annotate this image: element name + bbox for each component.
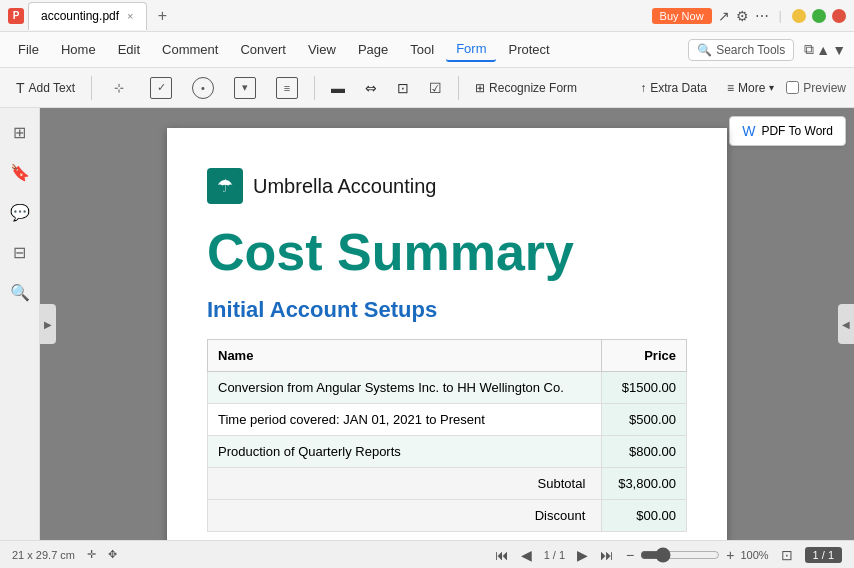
cost-table: Name Price Conversion from Angular Syste… (207, 339, 687, 532)
maximize-button[interactable] (812, 9, 826, 23)
main-area: ⊞ 🔖 💬 ⊟ 🔍 ▶ W PDF To Word ◀ ☂ Umbrella A… (0, 108, 854, 540)
zoom-slider[interactable] (640, 547, 720, 563)
row-name: Time period covered: JAN 01, 2021 to Pre… (208, 404, 602, 436)
toolbar-separator-3 (458, 76, 459, 100)
toolbar-separator-2 (314, 76, 315, 100)
table-header-price: Price (602, 340, 687, 372)
toolbar-right: ↑ Extra Data ≡ More ▾ Preview (632, 77, 846, 99)
row-price: $1500.00 (602, 372, 687, 404)
zoom-controls: − + 100% (626, 547, 769, 563)
sidebar-layers-icon[interactable]: ⊟ (4, 236, 36, 268)
more-button[interactable]: ≡ More ▾ (719, 77, 782, 99)
menu-comment[interactable]: Comment (152, 38, 228, 61)
share-icon[interactable]: ↗ (718, 8, 730, 24)
table-row: Production of Quarterly Reports $800.00 (208, 436, 687, 468)
tab-close-button[interactable]: × (127, 10, 133, 22)
menu-view[interactable]: View (298, 38, 346, 61)
image-icon: ▬ (331, 80, 345, 96)
app-icon: P (8, 8, 24, 24)
sidebar-pages-icon[interactable]: ⊞ (4, 116, 36, 148)
menu-page[interactable]: Page (348, 38, 398, 61)
table-row: Time period covered: JAN 01, 2021 to Pre… (208, 404, 687, 436)
recognize-form-button[interactable]: ⊞ Recognize Form (467, 77, 585, 99)
pdf-to-word-button[interactable]: W PDF To Word (729, 116, 846, 146)
add-text-button[interactable]: T Add Text (8, 76, 83, 100)
zoom-in-button[interactable]: + (726, 547, 734, 563)
listbox-tool-button[interactable]: ≡ (268, 73, 306, 103)
title-bar: P accounting.pdf × + Buy Now ↗ ⚙ ⋯ | (0, 0, 854, 32)
fit-page-button[interactable]: ⊡ (781, 547, 793, 563)
title-controls: Buy Now ↗ ⚙ ⋯ | (652, 8, 846, 24)
first-page-button[interactable]: ⏮ (495, 547, 509, 563)
minimize-button[interactable] (792, 9, 806, 23)
search-icon: 🔍 (697, 43, 712, 57)
checkbox-button[interactable]: ✓ (142, 73, 180, 103)
pdf-page: ☂ Umbrella Accounting Cost Summary Initi… (167, 128, 727, 540)
search-tools[interactable]: 🔍 Search Tools (688, 39, 794, 61)
section-title: Initial Account Setups (207, 297, 687, 323)
more-chevron-icon: ▾ (769, 82, 774, 93)
status-bar: 21 x 29.7 cm ✛ ✥ ⏮ ◀ 1 / 1 ▶ ⏭ − + 100% … (0, 540, 854, 568)
new-tab-button[interactable]: + (151, 4, 175, 28)
subtotal-value: $3,800.00 (602, 468, 687, 500)
chevron-down-icon[interactable]: ▼ (832, 42, 846, 58)
table-header-name: Name (208, 340, 602, 372)
extra-data-button[interactable]: ↑ Extra Data (632, 77, 715, 99)
listbox-icon: ≡ (276, 77, 298, 99)
menu-dots-icon[interactable]: ⋯ (755, 8, 769, 24)
sidebar-comment-icon[interactable]: 💬 (4, 196, 36, 228)
pdf-canvas[interactable]: W PDF To Word ◀ ☂ Umbrella Accounting Co… (40, 108, 854, 540)
tab-accounting[interactable]: accounting.pdf × (28, 2, 147, 30)
cursor-tool-icon[interactable]: ✛ (87, 548, 96, 561)
select-tool-button[interactable]: ⊹ (100, 73, 138, 103)
check-icon: ☑ (429, 80, 442, 96)
dropdown-tool-button[interactable]: ▾ (226, 73, 264, 103)
toolbar-separator-1 (91, 76, 92, 100)
page-indicator: 1 / 1 (805, 547, 842, 563)
discount-value: $00.00 (602, 500, 687, 532)
check-tool-button[interactable]: ☑ (421, 76, 450, 100)
zoom-level: 100% (740, 549, 768, 561)
menu-file[interactable]: File (8, 38, 49, 61)
menu-form[interactable]: Form (446, 37, 496, 62)
prev-page-button[interactable]: ◀ (521, 547, 532, 563)
search-tools-label: Search Tools (716, 43, 785, 57)
settings-icon[interactable]: ⚙ (736, 8, 749, 24)
add-text-icon: T (16, 80, 25, 96)
more-icon: ≡ (727, 81, 734, 95)
menu-home[interactable]: Home (51, 38, 106, 61)
menu-tool[interactable]: Tool (400, 38, 444, 61)
page-number-display: 1 / 1 (544, 549, 565, 561)
hand-tool-icon[interactable]: ✥ (108, 548, 117, 561)
buy-now-button[interactable]: Buy Now (652, 8, 712, 24)
last-page-button[interactable]: ⏭ (600, 547, 614, 563)
photo-tool-button[interactable]: ⊡ (389, 76, 417, 100)
toolbar: T Add Text ⊹ ✓ • ▾ ≡ ▬ ⇔ ⊡ ☑ ⊞ Recognize… (0, 68, 854, 108)
menu-convert[interactable]: Convert (230, 38, 296, 61)
row-price: $800.00 (602, 436, 687, 468)
umbrella-icon: ☂ (207, 168, 243, 204)
align-icon: ⇔ (365, 80, 377, 96)
radio-button-tool[interactable]: • (184, 73, 222, 103)
company-name: Umbrella Accounting (253, 175, 436, 198)
menu-bar: File Home Edit Comment Convert View Page… (0, 32, 854, 68)
menu-edit[interactable]: Edit (108, 38, 150, 61)
external-link-icon[interactable]: ⧉ (804, 41, 814, 58)
discount-label: Discount (208, 500, 602, 532)
image-tool-button[interactable]: ▬ (323, 76, 353, 100)
next-page-button[interactable]: ▶ (577, 547, 588, 563)
recognize-icon: ⊞ (475, 81, 485, 95)
preview-toggle[interactable]: Preview (786, 81, 846, 95)
discount-row: Discount $00.00 (208, 500, 687, 532)
collapse-right-arrow[interactable]: ◀ (838, 304, 854, 344)
chevron-up-icon[interactable]: ▲ (816, 42, 830, 58)
zoom-out-button[interactable]: − (626, 547, 634, 563)
sidebar-bookmark-icon[interactable]: 🔖 (4, 156, 36, 188)
collapse-left-arrow[interactable]: ▶ (40, 304, 56, 344)
tab-filename: accounting.pdf (41, 9, 119, 23)
align-tool-button[interactable]: ⇔ (357, 76, 385, 100)
preview-checkbox[interactable] (786, 81, 799, 94)
close-button[interactable] (832, 9, 846, 23)
menu-protect[interactable]: Protect (498, 38, 559, 61)
sidebar-search-icon[interactable]: 🔍 (4, 276, 36, 308)
